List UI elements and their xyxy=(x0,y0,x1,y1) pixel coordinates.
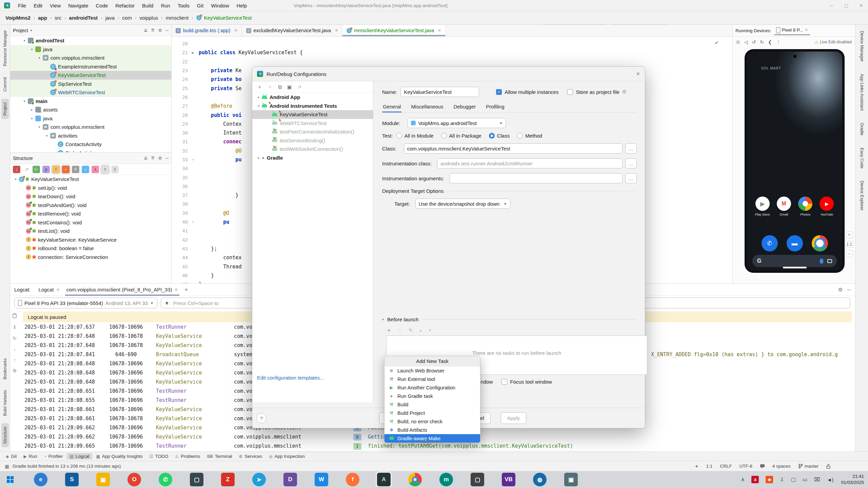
tool-window-button-services[interactable]: ⚙Services xyxy=(236,453,265,460)
chevron-down-icon[interactable]: ▾ xyxy=(30,28,32,32)
tree-chevron-icon[interactable]: ▾ xyxy=(22,99,27,103)
line-separator[interactable]: CRLF xyxy=(720,464,732,469)
project-tree-row[interactable]: ▾java xyxy=(10,45,171,54)
taskbar-app-app-15[interactable]: ▢ xyxy=(471,473,484,486)
tree-chevron-icon[interactable]: ▾ xyxy=(44,134,50,138)
live-edit-status[interactable]: ⚠ Live Edit disabled xyxy=(814,40,852,45)
radio-all-in-module[interactable]: All in Module xyxy=(396,133,434,139)
file-encoding[interactable]: UTF-8 xyxy=(739,464,752,469)
back-icon[interactable]: ❮ xyxy=(768,39,772,45)
tray-icon-7[interactable]: ◄) xyxy=(827,477,834,483)
phone-app-youtube[interactable]: YouTube xyxy=(817,197,836,216)
store-as-project-file-checkbox[interactable]: Store as project file xyxy=(567,89,619,95)
close-icon[interactable]: ✕ xyxy=(636,71,640,77)
target-select[interactable]: Use the device/snapshot drop down ▼ xyxy=(415,199,510,209)
menu-item-build[interactable]: Build xyxy=(138,0,157,11)
tree-chevron-icon[interactable]: ▸ xyxy=(256,156,262,160)
tray-icon-3[interactable]: ⇩ xyxy=(780,476,784,483)
close-tab-icon[interactable]: ✕ xyxy=(335,28,338,33)
git-branch-widget[interactable]: master xyxy=(798,464,818,469)
status-message[interactable]: Gradle build finished in 13 s 208 ms (13… xyxy=(13,464,121,469)
configuration-tree-row[interactable]: WebRTCServiceTest xyxy=(252,119,373,128)
class-input[interactable]: com.voipplus.mmsclient.KeyValueServiceTe… xyxy=(404,143,623,154)
google-search-bar[interactable]: G xyxy=(752,255,837,267)
configuration-tree-row[interactable]: testPeerConnectionInitialization() xyxy=(252,127,373,136)
module-select[interactable]: VoipMms.app.androidTest ▼ xyxy=(408,118,506,128)
move-down-icon[interactable]: ▼ xyxy=(428,328,432,332)
phone-app-photos[interactable]: Photos xyxy=(796,197,815,216)
dialog-tab-debugger[interactable]: Debugger xyxy=(453,102,476,112)
structure-item[interactable]: mtestList(): void xyxy=(10,227,171,236)
close-tab-icon[interactable]: ✕ xyxy=(234,28,237,33)
ai-assistant-icon[interactable]: ✦ xyxy=(695,464,698,469)
tool-window-button-git[interactable]: ◈Git xyxy=(3,453,20,460)
taskbar-clock[interactable]: 21:41 01/03/2025 xyxy=(841,473,864,486)
name-input[interactable]: KeyValueServiceTest xyxy=(400,87,479,97)
browse-class-button[interactable]: … xyxy=(625,143,637,154)
configuration-tree-row[interactable]: ▸●Gradle xyxy=(252,154,373,162)
settings-gear-icon[interactable]: ⚙ xyxy=(158,156,162,161)
chrome-app-icon[interactable] xyxy=(812,235,828,251)
project-tree-row[interactable]: ▾main xyxy=(10,97,171,106)
instrumentation-args-input[interactable] xyxy=(450,173,623,183)
tray-icon-6[interactable]: ⌧ xyxy=(814,476,820,483)
configuration-tree-row[interactable]: ▾Android Instrumented Tests xyxy=(252,102,373,110)
caret-position[interactable]: 1:1 xyxy=(706,464,712,469)
tree-chevron-icon[interactable]: ▾ xyxy=(256,104,262,108)
structure-item[interactable]: mtestContains(): void xyxy=(10,218,171,227)
logcat-tab[interactable]: Logcat✕ xyxy=(35,284,63,296)
rotate-left-icon[interactable]: ↺ xyxy=(752,39,756,45)
project-tree-row[interactable]: ▸assets xyxy=(10,105,171,114)
tool-windows-icon[interactable]: ▦ xyxy=(5,464,9,469)
project-tree-row[interactable]: CContactsActivity xyxy=(10,140,171,149)
rotate-right-icon[interactable]: ↻ xyxy=(760,39,764,45)
code-line[interactable]: 22 xyxy=(172,57,732,66)
structure-item[interactable]: mtestRemove(): void xyxy=(10,209,171,218)
taskbar-app-file-explorer[interactable]: ▣ xyxy=(96,473,110,486)
collapse-all-icon[interactable]: ⇈ xyxy=(151,156,155,161)
project-tree-row[interactable]: CDialerActivity xyxy=(10,149,171,152)
chevron-down-icon[interactable]: ▾ xyxy=(382,318,384,321)
taskbar-app-app-7[interactable]: Z xyxy=(221,473,235,486)
show-properties-icon[interactable]: p xyxy=(42,166,50,173)
menu-item-git[interactable]: Git xyxy=(193,0,207,11)
stripe-tab-resource-manager[interactable]: Resource Manager xyxy=(1,27,9,69)
tool-window-button-terminal[interactable]: ⌨Terminal xyxy=(204,453,235,460)
breadcrumb-current[interactable]: KeyValueServiceTest xyxy=(203,14,253,21)
browse-args-button[interactable]: … xyxy=(625,173,637,183)
browse-instrumentation-button[interactable]: … xyxy=(625,158,637,168)
tool-window-button-todo[interactable]: ☑TODO xyxy=(146,453,172,460)
show-fields-icon[interactable]: f xyxy=(52,166,60,173)
zoom-in-button[interactable]: + xyxy=(846,231,853,238)
editor-tab[interactable]: build.gradle.kts (:app)✕ xyxy=(172,25,242,36)
dialog-title-bar[interactable]: ✦ Run/Debug Configurations ✕ xyxy=(252,67,645,81)
stripe-tab-device-explorer[interactable]: Device Explorer xyxy=(857,177,866,214)
collapse-all-icon[interactable]: ⇈ xyxy=(151,28,155,33)
tool-window-button-logcat[interactable]: ▤Logcat xyxy=(67,453,93,460)
menu-item-navigate[interactable]: Navigate xyxy=(64,0,92,11)
breadcrumb-item[interactable]: app xyxy=(37,14,48,21)
edit-task-icon[interactable]: ✎ xyxy=(409,327,413,333)
tree-chevron-icon[interactable]: ▸ xyxy=(29,108,35,111)
menu-item-run-gradle-task[interactable]: ●Run Gradle task xyxy=(384,392,480,400)
editor-tab[interactable]: excluded\KeyValueServiceTest.java✕ xyxy=(242,25,343,36)
project-tree-row[interactable]: CExampleInstrumentedTest xyxy=(10,62,171,71)
close-icon[interactable]: ✕ xyxy=(854,0,868,11)
project-tree-row[interactable]: CSipServiceTest xyxy=(10,80,171,88)
show-interfaces-icon[interactable]: ○ xyxy=(82,166,89,173)
taskbar-app-chrome[interactable] xyxy=(408,473,422,486)
close-icon[interactable]: ✕ xyxy=(805,28,808,32)
breadcrumb-item[interactable]: voipplus xyxy=(139,14,159,21)
override-gutter-icon[interactable]: ⇡ xyxy=(188,220,198,224)
apply-button[interactable]: Apply xyxy=(501,412,527,424)
instrumentation-class-input[interactable]: androidx.test.runner.AndroidJUnitRunner xyxy=(437,158,623,168)
menu-item-refactor[interactable]: Refactor xyxy=(112,0,138,11)
power-icon[interactable]: ⊙ xyxy=(736,39,740,45)
sort-visibility-icon[interactable]: ↓ xyxy=(13,166,20,173)
radio-class[interactable]: Class xyxy=(489,133,510,139)
gear-icon[interactable]: ⚙ xyxy=(622,89,627,95)
move-to-folder-icon[interactable]: ▣ xyxy=(287,84,292,90)
taskbar-app-app-6[interactable]: ▢ xyxy=(190,473,203,486)
radio-all-in-package[interactable]: All in Package xyxy=(441,133,481,139)
taskbar-app-app-4[interactable]: O xyxy=(127,473,141,486)
